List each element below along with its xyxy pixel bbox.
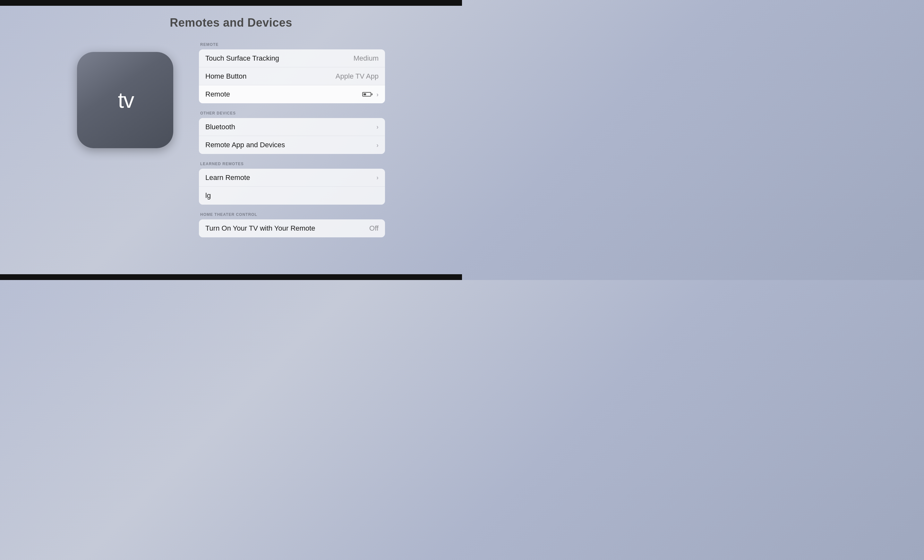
learn-remote-label: Learn Remote [206,174,250,182]
bluetooth-row[interactable]: Bluetooth › [199,118,385,136]
other-devices-section-label: OTHER DEVICES [200,111,385,115]
battery-body [362,92,371,97]
battery-fill [363,93,366,95]
remote-row[interactable]: Remote › [199,85,385,103]
bluetooth-value: › [376,123,379,130]
touch-surface-label: Touch Surface Tracking [206,54,279,63]
appletv-icon: tv [77,52,173,148]
turn-on-tv-row[interactable]: Turn On Your TV with Your Remote Off [199,219,385,237]
learned-remotes-section-label: LEARNED REMOTES [200,162,385,166]
touch-surface-value: Medium [354,54,379,63]
learned-remotes-group: Learn Remote › lg [199,169,385,205]
appletv-icon-content: tv [117,88,134,112]
remote-app-row[interactable]: Remote App and Devices › [199,136,385,154]
remote-app-chevron-icon: › [376,141,379,149]
bluetooth-chevron-icon: › [376,123,379,130]
bottom-bar [0,274,462,280]
learn-remote-row[interactable]: Learn Remote › [199,169,385,187]
lg-row[interactable]: lg [199,187,385,205]
turn-on-tv-label: Turn On Your TV with Your Remote [206,224,315,232]
touch-surface-row[interactable]: Touch Surface Tracking Medium [199,49,385,67]
remote-section-label: REMOTE [200,42,385,47]
remote-value: › [362,91,379,98]
battery-icon [362,92,372,97]
learn-remote-value: › [376,174,379,181]
remote-label: Remote [206,90,230,99]
lg-label: lg [206,192,211,200]
battery-tip [372,93,372,95]
bluetooth-label: Bluetooth [206,123,235,131]
home-button-row[interactable]: Home Button Apple TV App [199,67,385,85]
content-area: tv REMOTE Touch Surface Tracking Medium … [0,42,462,244]
remote-app-label: Remote App and Devices [206,141,285,149]
top-bar [0,0,462,6]
remote-group: Touch Surface Tracking Medium Home Butto… [199,49,385,103]
page-title: Remotes and Devices [170,16,292,30]
turn-on-tv-value: Off [369,224,379,232]
home-button-label: Home Button [206,72,246,81]
page-container: Remotes and Devices tv REMOTE Touch Surf… [0,6,462,274]
remote-chevron-icon: › [376,91,379,98]
home-theater-section-label: HOME THEATER CONTROL [200,212,385,217]
tv-text: tv [118,88,134,112]
remote-app-value: › [376,141,379,149]
learn-remote-chevron-icon: › [376,174,379,181]
settings-panel: REMOTE Touch Surface Tracking Medium Hom… [199,42,385,244]
other-devices-group: Bluetooth › Remote App and Devices › [199,118,385,154]
home-theater-group: Turn On Your TV with Your Remote Off [199,219,385,237]
home-button-value: Apple TV App [336,72,379,81]
